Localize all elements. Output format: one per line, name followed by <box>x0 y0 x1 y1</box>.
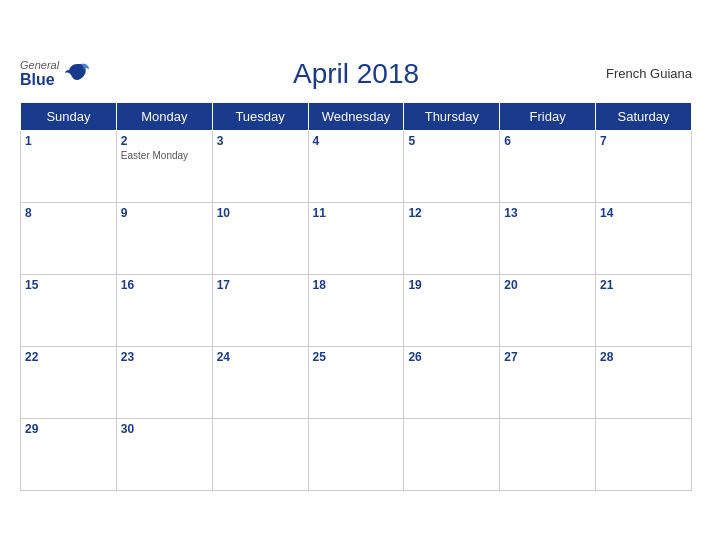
weekday-header-row: Sunday Monday Tuesday Wednesday Thursday… <box>21 102 692 130</box>
calendar-cell: 13 <box>500 202 596 274</box>
header-saturday: Saturday <box>596 102 692 130</box>
calendar-cell: 9 <box>116 202 212 274</box>
day-number: 12 <box>408 206 495 220</box>
week-row-4: 22232425262728 <box>21 346 692 418</box>
day-number: 1 <box>25 134 112 148</box>
calendar-cell: 11 <box>308 202 404 274</box>
calendar-cell: 4 <box>308 130 404 202</box>
calendar-body: 12Easter Monday3456789101112131415161718… <box>21 130 692 490</box>
calendar-cell: 10 <box>212 202 308 274</box>
brand-blue-text: Blue <box>20 71 59 89</box>
brand-general-text: General <box>20 59 59 71</box>
day-number: 30 <box>121 422 208 436</box>
region-label: French Guiana <box>606 66 692 81</box>
day-number: 14 <box>600 206 687 220</box>
day-number: 5 <box>408 134 495 148</box>
day-number: 6 <box>504 134 591 148</box>
calendar-cell: 8 <box>21 202 117 274</box>
calendar-cell <box>500 418 596 490</box>
header-friday: Friday <box>500 102 596 130</box>
calendar-cell: 15 <box>21 274 117 346</box>
day-number: 28 <box>600 350 687 364</box>
calendar-cell: 30 <box>116 418 212 490</box>
calendar-title: April 2018 <box>293 58 419 90</box>
week-row-5: 2930 <box>21 418 692 490</box>
calendar-cell: 14 <box>596 202 692 274</box>
day-number: 7 <box>600 134 687 148</box>
week-row-3: 15161718192021 <box>21 274 692 346</box>
day-number: 26 <box>408 350 495 364</box>
day-number: 27 <box>504 350 591 364</box>
week-row-1: 12Easter Monday34567 <box>21 130 692 202</box>
day-number: 24 <box>217 350 304 364</box>
day-number: 11 <box>313 206 400 220</box>
calendar-cell: 2Easter Monday <box>116 130 212 202</box>
calendar-wrapper: General Blue April 2018 French Guiana Su… <box>0 40 712 511</box>
calendar-cell: 16 <box>116 274 212 346</box>
calendar-cell: 25 <box>308 346 404 418</box>
day-number: 25 <box>313 350 400 364</box>
brand-bird-icon <box>63 60 91 88</box>
calendar-cell: 12 <box>404 202 500 274</box>
calendar-cell: 20 <box>500 274 596 346</box>
calendar-cell: 1 <box>21 130 117 202</box>
calendar-cell: 5 <box>404 130 500 202</box>
day-number: 19 <box>408 278 495 292</box>
calendar-cell: 3 <box>212 130 308 202</box>
calendar-cell: 6 <box>500 130 596 202</box>
calendar-cell: 29 <box>21 418 117 490</box>
calendar-cell <box>596 418 692 490</box>
day-number: 18 <box>313 278 400 292</box>
day-number: 21 <box>600 278 687 292</box>
brand-logo: General Blue <box>20 59 91 89</box>
calendar-cell: 26 <box>404 346 500 418</box>
calendar-table: Sunday Monday Tuesday Wednesday Thursday… <box>20 102 692 491</box>
day-number: 22 <box>25 350 112 364</box>
header-sunday: Sunday <box>21 102 117 130</box>
header-wednesday: Wednesday <box>308 102 404 130</box>
calendar-cell: 23 <box>116 346 212 418</box>
day-number: 13 <box>504 206 591 220</box>
header-monday: Monday <box>116 102 212 130</box>
calendar-cell: 21 <box>596 274 692 346</box>
calendar-cell: 28 <box>596 346 692 418</box>
calendar-cell <box>404 418 500 490</box>
calendar-cell <box>212 418 308 490</box>
day-number: 23 <box>121 350 208 364</box>
day-number: 16 <box>121 278 208 292</box>
day-number: 9 <box>121 206 208 220</box>
day-number: 15 <box>25 278 112 292</box>
calendar-cell: 18 <box>308 274 404 346</box>
calendar-cell: 27 <box>500 346 596 418</box>
holiday-label: Easter Monday <box>121 150 208 161</box>
calendar-cell: 7 <box>596 130 692 202</box>
week-row-2: 891011121314 <box>21 202 692 274</box>
calendar-cell: 19 <box>404 274 500 346</box>
header-thursday: Thursday <box>404 102 500 130</box>
day-number: 8 <box>25 206 112 220</box>
day-number: 4 <box>313 134 400 148</box>
day-number: 3 <box>217 134 304 148</box>
day-number: 29 <box>25 422 112 436</box>
calendar-cell: 17 <box>212 274 308 346</box>
day-number: 10 <box>217 206 304 220</box>
calendar-cell <box>308 418 404 490</box>
day-number: 20 <box>504 278 591 292</box>
calendar-header: General Blue April 2018 French Guiana <box>20 50 692 94</box>
calendar-cell: 24 <box>212 346 308 418</box>
day-number: 2 <box>121 134 208 148</box>
day-number: 17 <box>217 278 304 292</box>
calendar-cell: 22 <box>21 346 117 418</box>
header-tuesday: Tuesday <box>212 102 308 130</box>
